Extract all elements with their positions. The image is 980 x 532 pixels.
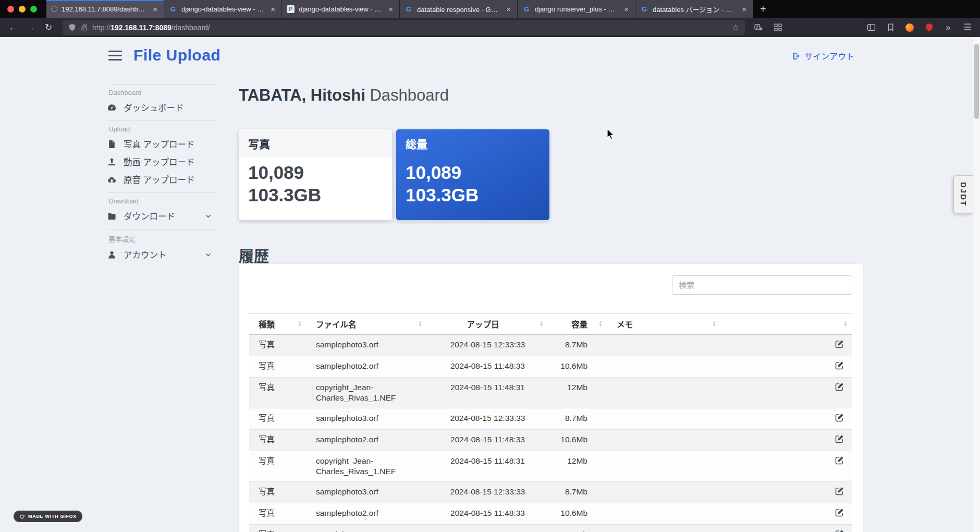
tab-close-icon[interactable]: × [505, 5, 512, 14]
sidebar-item[interactable]: 写真 アップロード [107, 135, 216, 153]
sidebar-item[interactable]: ダッシュボード [107, 99, 216, 116]
browser-tab[interactable]: Pdjango-datatables-view · PyPI× [282, 0, 400, 18]
app-brand[interactable]: File Upload [133, 46, 220, 64]
url-bar[interactable]: http://192.168.11.7:8089/dashboard/ ☆ [63, 20, 745, 35]
edit-icon[interactable] [835, 508, 844, 517]
tracking-protection-shield-icon[interactable] [68, 23, 76, 31]
table-row: 写真samplephoto2.orf2024-08-15 11:48:3310.… [249, 356, 852, 378]
cell-filename: copyright_Jean-Charles_Rivas_1.NEF [307, 378, 427, 408]
cell-upload-date: 2024-08-15 11:48:31 [427, 378, 548, 408]
gifox-badge[interactable]: MADE WITH GIFOX [14, 511, 82, 522]
overflow-menu-icon[interactable]: » [941, 20, 956, 35]
history-panel: 種類▲▼ファイル名▲▼アップ日▲▼容量▲▼メモ▲▼▲▼ 写真samplephot… [239, 264, 863, 532]
window-close-icon[interactable] [7, 6, 14, 13]
page-title: TABATA, Hitoshi Dashboard [239, 86, 449, 105]
history-heading: 履歴 [239, 244, 269, 266]
window-zoom-icon[interactable] [30, 6, 37, 13]
window-controls [0, 0, 46, 18]
edit-icon[interactable] [835, 340, 844, 348]
tab-close-icon[interactable]: × [151, 5, 159, 14]
edit-icon[interactable] [835, 487, 844, 495]
translate-icon[interactable] [751, 20, 766, 35]
cell-type: 写真 [249, 451, 307, 482]
column-header[interactable]: ▲▼ [721, 313, 852, 335]
cell-type: 写真 [249, 408, 307, 430]
cell-upload-date: 2024-08-15 11:48:33 [427, 356, 548, 378]
browser-tab[interactable]: Gdjango-datatables-view - Googl× [164, 0, 282, 18]
cell-size: 12Mb [548, 378, 607, 408]
edit-icon[interactable] [835, 456, 844, 465]
edit-icon[interactable] [835, 413, 844, 422]
cell-type: 写真 [249, 482, 307, 503]
tab-close-icon[interactable]: × [269, 5, 277, 14]
table-header-row: 種類▲▼ファイル名▲▼アップ日▲▼容量▲▼メモ▲▼▲▼ [249, 313, 852, 335]
browser-tab[interactable]: 192.168.11.7:8089/dashboard/× [46, 0, 164, 18]
app-menu-icon[interactable]: ☰ [960, 20, 975, 35]
search-input[interactable] [672, 275, 852, 295]
column-header[interactable]: アップ日▲▼ [427, 313, 548, 335]
cell-upload-date: 2024-08-15 11:48:33 [427, 503, 548, 525]
sidebar-panel-icon[interactable] [864, 20, 878, 35]
cell-type: 写真 [249, 378, 307, 408]
column-header[interactable]: 容量▲▼ [548, 313, 607, 335]
gauge-icon [107, 103, 117, 112]
cell-size: 8.7Mb [548, 335, 607, 356]
table-body: 写真samplephoto3.orf2024-08-15 12:33:338.7… [249, 335, 852, 532]
column-header[interactable]: メモ▲▼ [607, 313, 721, 335]
sidebar-item[interactable]: 動画 アップロード [107, 153, 216, 171]
browser-tab[interactable]: Gdatatables バージョン - Google 検× [635, 0, 753, 18]
qr-grid-icon[interactable] [770, 20, 785, 35]
forward-button[interactable]: → [23, 20, 39, 35]
table-row: 写真copyright_Jean-Charles_Rivas_1.NEF2024… [249, 378, 852, 408]
user-icon [107, 250, 117, 259]
edit-icon[interactable] [835, 529, 844, 532]
browser-tab[interactable]: Gdatatable responsive - Google 検× [400, 0, 518, 18]
column-header[interactable]: ファイル名▲▼ [307, 313, 427, 335]
cell-memo [607, 503, 721, 525]
django-debug-toolbar-handle[interactable]: DJDT [953, 175, 973, 214]
edit-icon[interactable] [835, 382, 844, 391]
back-button[interactable]: ← [5, 20, 21, 35]
sidebar-item-label: ダウンロード [124, 210, 175, 222]
ublock-shield-icon[interactable] [922, 20, 936, 35]
edit-icon[interactable] [835, 434, 844, 443]
tab-title: django-datatables-view - Googl [181, 5, 265, 13]
folder-icon [107, 212, 117, 221]
reading-list-icon[interactable] [883, 20, 898, 35]
sidebar-section-header: Upload [108, 125, 216, 133]
cell-upload-date: 2024-08-15 12:33:33 [427, 408, 548, 430]
stat-card-total: 総量 10,089 103.3GB [396, 129, 549, 220]
bookmark-star-icon[interactable]: ☆ [732, 23, 739, 32]
tab-close-icon[interactable]: × [387, 5, 395, 14]
sidebar-item-label: 原音 アップロード [124, 173, 195, 186]
sidebar-item[interactable]: ダウンロード [107, 207, 216, 225]
tab-close-icon[interactable]: × [622, 5, 630, 14]
table-row: 写真copyright_Jean-Charles_Rivas_1.NEF2024… [249, 525, 852, 532]
pypi-favicon-icon: P [287, 5, 295, 13]
cell-size: 8.7Mb [548, 408, 607, 430]
cell-size: 10.6Mb [548, 356, 607, 378]
reload-button[interactable]: ↻ [41, 20, 56, 35]
insecure-lock-icon[interactable] [80, 23, 88, 31]
signout-link[interactable]: サインアウト [792, 50, 854, 62]
sidebar-item[interactable]: アカウント [107, 246, 216, 263]
cell-size: 10.6Mb [548, 430, 607, 451]
account-avatar-icon[interactable] [902, 20, 917, 35]
cell-type: 写真 [249, 503, 307, 525]
sidebar-item[interactable]: 原音 アップロード [107, 171, 216, 188]
stat-card-size: 103.3GB [248, 184, 383, 206]
edit-icon[interactable] [835, 361, 844, 370]
sort-icon: ▲▼ [418, 321, 422, 327]
table-row: 写真samplephoto2.orf2024-08-15 11:48:3310.… [249, 430, 852, 451]
column-header[interactable]: 種類▲▼ [249, 313, 307, 335]
sidebar-toggle-button[interactable] [108, 51, 122, 63]
cell-memo [607, 525, 721, 532]
globe-favicon-icon [51, 6, 57, 12]
new-tab-button[interactable]: + [753, 0, 773, 18]
browser-tab[interactable]: Gdjango runserver_plus - Google× [518, 0, 635, 18]
page-scrollbar[interactable] [973, 37, 980, 532]
cell-size: 10.6Mb [548, 503, 607, 525]
scrollbar-thumb[interactable] [974, 44, 979, 119]
tab-close-icon[interactable]: × [740, 5, 748, 14]
window-minimize-icon[interactable] [19, 6, 26, 13]
